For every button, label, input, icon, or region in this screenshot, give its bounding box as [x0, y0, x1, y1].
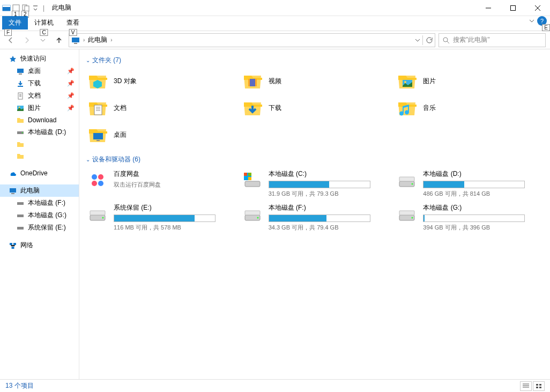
folder-item[interactable]: 音乐 — [395, 96, 544, 120]
svg-rect-11 — [18, 86, 23, 87]
sidebar-item-pictures[interactable]: 图片📌 — [0, 102, 79, 114]
qat-item[interactable]: 1 — [12, 4, 20, 12]
svg-rect-53 — [399, 211, 414, 215]
drive-name: 百度网盘 — [114, 169, 233, 179]
address-dropdown-icon[interactable] — [415, 38, 420, 43]
svg-rect-27 — [255, 79, 257, 86]
folder-icon — [87, 97, 108, 119]
folder-icon — [16, 116, 25, 124]
folder-item[interactable]: 桌面 — [86, 123, 234, 146]
folder-item[interactable]: 图片 — [395, 69, 544, 93]
sidebar-item-drive[interactable]: 本地磁盘 (D:) — [0, 126, 79, 138]
drive-icon — [87, 169, 108, 191]
drive-usage-bar — [269, 181, 370, 188]
ribbon-tab-view[interactable]: 查看 V — [60, 16, 86, 29]
pin-icon: 📌 — [67, 68, 75, 75]
help-icon[interactable]: ? E — [537, 16, 547, 26]
svg-rect-55 — [536, 384, 538, 386]
drive-item[interactable]: 系统保留 (E:)116 MB 可用，共 578 MB — [86, 202, 234, 233]
folder-item[interactable]: 3D 对象 — [86, 69, 234, 93]
folder-name: 3D 对象 — [114, 77, 137, 86]
view-details-button[interactable] — [520, 381, 532, 391]
folder-icon — [16, 152, 25, 160]
address-box[interactable]: › 此电脑 › — [69, 33, 435, 47]
sidebar-item-folder[interactable]: Download — [0, 114, 79, 126]
breadcrumb[interactable]: 此电脑 — [88, 35, 107, 45]
minimize-button[interactable] — [476, 0, 501, 16]
folder-name: 桌面 — [114, 130, 127, 139]
sidebar-item-folder[interactable] — [0, 150, 79, 162]
svg-rect-23 — [13, 243, 16, 245]
nav-forward-button[interactable] — [20, 34, 33, 47]
drive-name: 本地磁盘 (G:) — [423, 203, 542, 212]
drive-item[interactable]: 百度网盘双击运行百度网盘 — [86, 168, 234, 199]
drive-item[interactable]: 本地磁盘 (F:)34.3 GB 可用，共 79.4 GB — [241, 202, 389, 233]
breadcrumb-chevron[interactable]: › — [110, 37, 112, 43]
pictures-icon — [16, 104, 25, 113]
folder-item[interactable]: 视频 — [241, 69, 389, 93]
sidebar-onedrive[interactable]: OneDrive — [0, 167, 79, 179]
search-input[interactable]: 搜索"此电脑" — [438, 33, 546, 47]
drive-status: 116 MB 可用，共 578 MB — [114, 224, 233, 232]
svg-rect-44 — [399, 177, 414, 181]
drive-name: 本地磁盘 (C:) — [269, 169, 388, 179]
titlebar-separator: | — [43, 4, 44, 12]
downloads-icon — [16, 79, 25, 88]
breadcrumb-chevron[interactable]: › — [83, 37, 85, 43]
status-count: 13 个项目 — [5, 381, 34, 390]
ribbon-tab-computer[interactable]: 计算机 C — [28, 16, 60, 29]
ribbon-file-tab[interactable]: 文件 F — [2, 16, 28, 29]
svg-rect-1 — [3, 5, 10, 7]
svg-point-8 — [443, 38, 448, 42]
sidebar-item-folder[interactable] — [0, 138, 79, 150]
search-icon — [442, 36, 450, 44]
sidebar-network[interactable]: 网络 — [0, 239, 79, 252]
address-bar-row: › 此电脑 › 搜索"此电脑" — [0, 31, 550, 49]
drive-item[interactable]: 本地磁盘 (G:)394 GB 可用，共 396 GB — [395, 202, 544, 233]
refresh-icon[interactable] — [425, 36, 433, 44]
drive-item[interactable]: 本地磁盘 (C:)31.9 GB 可用，共 79.3 GB — [241, 168, 389, 199]
drive-usage-bar — [423, 215, 525, 222]
svg-rect-22 — [10, 243, 12, 245]
sidebar-quick-access[interactable]: 快速访问 — [0, 53, 79, 65]
drive-name: 本地磁盘 (D:) — [423, 169, 542, 179]
pin-icon: 📌 — [67, 92, 75, 99]
drive-icon — [16, 199, 25, 208]
maximize-button[interactable] — [501, 0, 525, 16]
qat-dropdown-icon[interactable] — [31, 4, 40, 12]
folder-icon — [87, 70, 108, 92]
drive-status: 34.3 GB 可用，共 79.4 GB — [269, 224, 388, 232]
drive-icon — [87, 203, 108, 225]
ribbon-expand-icon[interactable] — [529, 18, 535, 24]
folder-item[interactable]: 下载 — [241, 96, 389, 120]
sidebar-item-downloads[interactable]: 下载📌 — [0, 77, 79, 90]
folder-item[interactable]: 文档 — [86, 96, 234, 120]
svg-point-45 — [412, 183, 413, 185]
sidebar-item-drive[interactable]: 系统保留 (E:) — [0, 221, 79, 234]
folder-icon — [242, 70, 263, 92]
drive-usage-bar — [114, 215, 215, 222]
drive-item[interactable]: 本地磁盘 (D:)486 GB 可用，共 814 GB — [395, 168, 544, 199]
close-button[interactable] — [525, 0, 550, 16]
drive-icon — [16, 211, 25, 220]
svg-rect-39 — [244, 173, 247, 176]
svg-point-51 — [257, 217, 258, 219]
drive-icon — [16, 224, 25, 232]
group-header-folders[interactable]: ⌄ 文件夹 (7) — [86, 56, 544, 65]
drive-subtitle: 双击运行百度网盘 — [114, 181, 233, 189]
svg-point-34 — [98, 174, 103, 180]
sidebar-item-drive[interactable]: 本地磁盘 (F:) — [0, 197, 79, 209]
sidebar-item-drive[interactable]: 本地磁盘 (G:) — [0, 209, 79, 221]
folder-icon — [396, 97, 418, 119]
sidebar-item-desktop[interactable]: 桌面📌 — [0, 65, 79, 77]
folder-icon — [242, 97, 263, 119]
chevron-down-icon: ⌄ — [86, 157, 90, 162]
sidebar-item-documents[interactable]: 文档📌 — [0, 90, 79, 102]
svg-rect-30 — [94, 105, 102, 115]
svg-rect-5 — [511, 5, 516, 10]
view-icons-button[interactable] — [533, 381, 545, 391]
sidebar-this-pc[interactable]: 此电脑 — [0, 184, 79, 197]
nav-up-button[interactable] — [53, 34, 65, 47]
qat-item[interactable]: 2 — [21, 4, 30, 12]
group-header-devices[interactable]: ⌄ 设备和驱动器 (6) — [86, 155, 544, 164]
